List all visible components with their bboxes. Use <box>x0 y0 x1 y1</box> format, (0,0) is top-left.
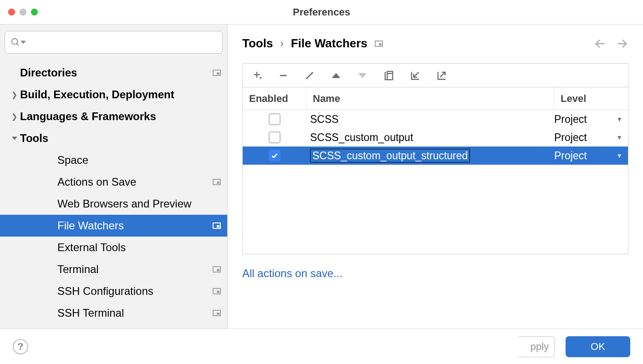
tree-item-label: Directories <box>20 66 213 79</box>
export-button[interactable] <box>437 71 447 81</box>
svg-line-14 <box>440 72 445 77</box>
breadcrumb: Tools › File Watchers <box>242 36 628 51</box>
project-scope-icon <box>213 288 221 294</box>
project-scope-icon <box>213 266 221 273</box>
level-value: Project <box>554 150 587 162</box>
level-value: Project <box>554 131 587 144</box>
content-area: Directories❯Build, Execution, Deployment… <box>0 25 643 329</box>
breadcrumb-leaf: File Watchers <box>291 36 367 51</box>
tree-item-label: SSH Configurations <box>57 285 213 298</box>
main-panel: Tools › File Watchers <box>228 25 643 329</box>
enabled-checkbox[interactable] <box>269 131 281 143</box>
table-header: Enabled Name Level <box>243 87 628 110</box>
table-body: SCSSProject▼SCSS_custom_outputProject▼SC… <box>243 110 628 254</box>
project-scope-icon <box>213 70 221 76</box>
import-button[interactable] <box>410 71 420 81</box>
table-row[interactable]: SCSS_custom_output_structuredProject▼ <box>243 147 628 165</box>
search-icon <box>10 37 20 47</box>
svg-marker-11 <box>358 73 367 78</box>
breadcrumb-separator: › <box>280 38 283 50</box>
breadcrumb-nav <box>594 37 628 50</box>
level-dropdown[interactable]: Project▼ <box>554 113 628 126</box>
project-scope-icon <box>213 310 221 316</box>
tree-item-label: Space <box>57 154 221 167</box>
tree-item-label: External Tools <box>57 241 221 254</box>
sidebar: Directories❯Build, Execution, Deployment… <box>0 25 228 329</box>
svg-marker-8 <box>260 77 262 79</box>
copy-button[interactable] <box>384 71 394 81</box>
help-button[interactable]: ? <box>13 339 28 354</box>
tree-item[interactable]: Actions on Save <box>0 171 227 193</box>
file-watchers-table: Enabled Name Level SCSSProject▼SCSS_cust… <box>242 63 628 254</box>
tree-item-label: File Watchers <box>57 219 213 232</box>
table-row[interactable]: SCSSProject▼ <box>243 110 628 128</box>
svg-point-0 <box>12 39 18 45</box>
tree-item-label: Actions on Save <box>57 176 213 188</box>
svg-line-13 <box>413 72 418 77</box>
tree-item[interactable]: Terminal <box>0 258 227 280</box>
move-up-button[interactable] <box>331 72 341 79</box>
chevron-down-icon: ▼ <box>616 116 623 123</box>
svg-rect-12 <box>387 73 393 80</box>
level-value: Project <box>554 113 587 126</box>
level-dropdown[interactable]: Project▼ <box>554 131 628 144</box>
tree-item[interactable]: SSH Terminal <box>0 302 227 324</box>
chevron-right-icon: ❯ <box>0 91 20 99</box>
window-title: Preferences <box>293 6 350 18</box>
minimize-window-button[interactable] <box>20 9 26 15</box>
chevron-down-icon: ▼ <box>616 152 623 159</box>
dialog-footer: ? pply OK <box>0 329 643 364</box>
tree-item[interactable]: ❯Languages & Frameworks <box>0 106 227 127</box>
col-header-name[interactable]: Name <box>306 87 554 110</box>
titlebar: Preferences <box>0 0 643 25</box>
tree-item[interactable]: External Tools <box>0 237 227 258</box>
settings-tree: Directories❯Build, Execution, Deployment… <box>0 62 227 329</box>
search-input-wrap[interactable] <box>5 31 223 54</box>
tree-item[interactable]: Space <box>0 149 227 171</box>
zoom-window-button[interactable] <box>31 9 38 15</box>
tree-item[interactable]: Directories <box>0 62 227 84</box>
tree-item-label: Build, Execution, Deployment <box>20 88 221 101</box>
chevron-down-icon <box>20 40 26 45</box>
col-header-enabled[interactable]: Enabled <box>243 87 306 110</box>
breadcrumb-root: Tools <box>242 36 273 51</box>
edit-button[interactable] <box>305 71 315 81</box>
tree-item[interactable]: File Watchers <box>0 215 227 237</box>
tree-item[interactable]: ❯Build, Execution, Deployment <box>0 84 227 106</box>
remove-button[interactable] <box>278 71 288 81</box>
tree-item-label: Web Browsers and Preview <box>57 197 221 210</box>
chevron-right-icon: ❯ <box>0 112 20 121</box>
watcher-name: SCSS_custom_output_structured <box>310 149 470 162</box>
enabled-checkbox[interactable] <box>269 113 281 125</box>
all-actions-on-save-link[interactable]: All actions on save... <box>242 267 342 279</box>
chevron-down-icon: ▼ <box>616 134 623 141</box>
svg-marker-3 <box>12 136 17 140</box>
tree-item-label: SSH Terminal <box>57 307 213 319</box>
project-scope-icon <box>375 40 383 47</box>
tree-item[interactable]: Web Browsers and Preview <box>0 193 227 215</box>
project-scope-icon <box>213 179 221 185</box>
search-input[interactable] <box>29 36 217 48</box>
move-down-button <box>357 72 367 79</box>
tree-item-label: Languages & Frameworks <box>20 110 221 123</box>
tree-item-label: Terminal <box>57 263 213 276</box>
table-toolbar <box>243 64 628 87</box>
watcher-name: SCSS <box>310 113 339 125</box>
chevron-down-icon <box>0 136 20 141</box>
nav-back-icon[interactable] <box>594 37 607 50</box>
tree-item[interactable]: Tools <box>0 127 227 149</box>
enabled-checkbox[interactable] <box>269 150 281 162</box>
apply-button[interactable]: pply <box>518 336 555 357</box>
svg-line-1 <box>17 44 19 46</box>
add-button[interactable] <box>252 71 262 81</box>
nav-forward-icon[interactable] <box>616 37 628 50</box>
window-controls <box>8 9 38 15</box>
col-header-level[interactable]: Level <box>554 87 628 110</box>
level-dropdown[interactable]: Project▼ <box>554 150 628 162</box>
ok-button[interactable]: OK <box>566 336 630 357</box>
table-row[interactable]: SCSS_custom_outputProject▼ <box>243 128 628 147</box>
project-scope-icon <box>213 222 221 229</box>
close-window-button[interactable] <box>8 9 15 15</box>
tree-item[interactable]: SSH Configurations <box>0 280 227 302</box>
tree-item-label: Tools <box>20 132 221 145</box>
